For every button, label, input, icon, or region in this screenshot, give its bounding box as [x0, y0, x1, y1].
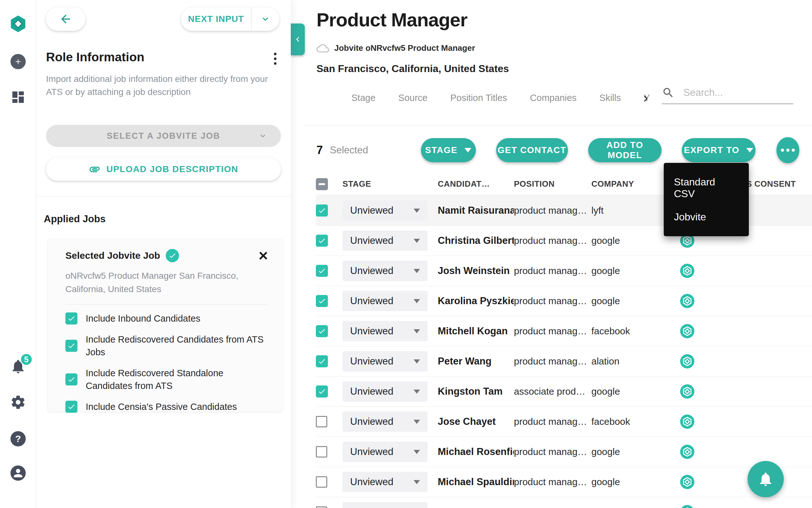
censia-consent-icon[interactable]: [680, 474, 695, 490]
table-row[interactable]: Unviewed Peter Wang product manag… alati…: [316, 346, 812, 377]
export-menu-item-jobvite[interactable]: Jobvite: [664, 205, 749, 228]
table-row[interactable]: Unviewed Jose Chayet product manag… face…: [316, 407, 812, 437]
tabs-scroll-right-button[interactable]: [640, 93, 652, 105]
censia-consent-icon[interactable]: [680, 384, 695, 399]
check-icon: [318, 206, 326, 215]
select-jobvite-job-dropdown[interactable]: SELECT A JOBVITE JOB: [46, 125, 281, 147]
tab-stage[interactable]: Stage: [351, 93, 375, 103]
censia-consent-icon[interactable]: [680, 324, 695, 339]
row-checkbox[interactable]: [316, 355, 328, 367]
table-row[interactable]: Unviewed Mitchell Kogan product manag… f…: [316, 316, 812, 346]
stage-select[interactable]: Unviewed: [343, 472, 427, 492]
job-card-option: Include Rediscovered Standalone Candidat…: [65, 367, 268, 392]
table-row[interactable]: Unviewed Michael Spaulding product manag…: [316, 467, 812, 497]
censia-consent-icon[interactable]: [680, 263, 695, 279]
export-menu-item-standard-csv[interactable]: Standard CSV: [664, 170, 749, 205]
dashboard-button[interactable]: [0, 89, 36, 105]
divider: [304, 126, 812, 126]
row-checkbox[interactable]: [316, 265, 328, 277]
col-header-company[interactable]: COMPANY: [591, 179, 670, 189]
candidate-name[interactable]: Josh Weinstein: [438, 265, 514, 277]
censia-consent-icon[interactable]: [680, 444, 695, 459]
row-checkbox[interactable]: [316, 506, 327, 508]
option-checkbox[interactable]: [65, 312, 78, 325]
divider: [36, 196, 291, 197]
arrow-left-icon: [59, 12, 73, 26]
row-checkbox[interactable]: [316, 446, 327, 458]
help-button[interactable]: ?: [0, 431, 36, 447]
option-checkbox[interactable]: [65, 373, 78, 385]
tab-skills[interactable]: Skills: [599, 93, 621, 103]
export-to-button[interactable]: EXPORT TO: [682, 138, 755, 162]
option-checkbox[interactable]: [65, 401, 78, 413]
more-actions-button[interactable]: [776, 137, 799, 163]
stage-select[interactable]: Unviewed: [343, 381, 427, 401]
upload-job-description-button[interactable]: UPLOAD JOB DESCRIPTION: [46, 158, 281, 181]
settings-button[interactable]: [0, 394, 36, 410]
col-header-position[interactable]: POSITION: [514, 179, 591, 189]
table-row[interactable]: Unviewed Karolina Pyszkiew product manag…: [316, 286, 812, 316]
notifications-button[interactable]: 5: [0, 358, 36, 375]
table-row[interactable]: Unviewed Michael Rosenfiel product manag…: [316, 437, 812, 467]
add-button[interactable]: [0, 54, 36, 69]
censia-consent-icon[interactable]: [680, 354, 695, 369]
candidate-name[interactable]: Namit Raisurana: [438, 205, 514, 216]
col-header-consent[interactable]: S CONSENT: [746, 179, 812, 189]
table-row[interactable]: Unviewed Josh Weinstein product manag… g…: [316, 256, 812, 286]
back-button[interactable]: [46, 7, 85, 31]
gear-icon: [10, 394, 26, 410]
stage-select[interactable]: Unviewed: [343, 412, 427, 432]
row-checkbox[interactable]: [316, 235, 328, 247]
censia-consent-icon[interactable]: [680, 293, 695, 309]
tab-source[interactable]: Source: [398, 93, 427, 103]
account-button[interactable]: [0, 465, 36, 481]
candidate-name[interactable]: Mary Liu: [438, 506, 514, 508]
search-underline: [662, 103, 793, 104]
option-checkbox[interactable]: [65, 340, 78, 352]
next-input-button[interactable]: NEXT INPUT: [181, 7, 252, 31]
candidate-name[interactable]: Michael Rosenfiel: [438, 446, 514, 458]
row-checkbox[interactable]: [316, 476, 327, 488]
panel-overflow-menu-button[interactable]: [270, 50, 281, 67]
app-logo[interactable]: [0, 14, 36, 34]
search-input[interactable]: [683, 87, 785, 98]
candidate-name[interactable]: Peter Wang: [438, 355, 514, 367]
notifications-fab[interactable]: [748, 461, 784, 497]
stage-select[interactable]: Unviewed: [343, 291, 427, 311]
select-all-checkbox[interactable]: [316, 178, 328, 190]
collapse-panel-button[interactable]: [291, 24, 305, 55]
stage-select[interactable]: Unviewed: [343, 200, 427, 221]
candidate-name[interactable]: Christina Gilbert: [438, 235, 514, 246]
col-header-candidate[interactable]: CANDIDAT…: [438, 179, 514, 189]
row-checkbox[interactable]: [316, 205, 328, 216]
candidate-name[interactable]: Jose Chayet: [438, 416, 514, 427]
tab-companies[interactable]: Companies: [530, 93, 577, 103]
stage-button[interactable]: STAGE: [421, 138, 476, 162]
check-icon: [318, 357, 326, 366]
stage-select[interactable]: Unviewed: [343, 261, 427, 281]
table-row[interactable]: Unviewed Mary Liu product manag… faceboo…: [316, 497, 812, 508]
close-icon[interactable]: ×: [259, 250, 268, 262]
row-checkbox[interactable]: [316, 325, 328, 337]
candidate-name[interactable]: Michael Spaulding: [438, 476, 514, 488]
add-to-model-button[interactable]: ADD TO MODEL: [588, 138, 662, 162]
table-row[interactable]: Unviewed Kingston Tam associate prod… go…: [316, 377, 812, 407]
stage-select[interactable]: Unviewed: [343, 230, 427, 251]
stage-select[interactable]: Unviewed: [343, 441, 427, 462]
candidate-name[interactable]: Kingston Tam: [438, 386, 514, 397]
row-checkbox[interactable]: [316, 385, 328, 397]
row-checkbox[interactable]: [316, 416, 327, 427]
get-contact-button[interactable]: GET CONTACT: [496, 138, 568, 162]
row-checkbox[interactable]: [316, 295, 328, 307]
candidate-name[interactable]: Mitchell Kogan: [438, 326, 514, 337]
censia-consent-icon[interactable]: [680, 505, 695, 508]
col-header-stage[interactable]: STAGE: [343, 179, 438, 189]
candidate-name[interactable]: Karolina Pyszkiew: [438, 295, 514, 307]
candidate-company: facebook: [591, 507, 670, 508]
stage-select[interactable]: Unviewed: [343, 502, 427, 508]
next-input-menu-button[interactable]: [252, 7, 279, 31]
stage-select[interactable]: Unviewed: [343, 351, 427, 372]
stage-select[interactable]: Unviewed: [343, 321, 427, 341]
tab-position-titles[interactable]: Position Titles: [450, 93, 507, 103]
censia-consent-icon[interactable]: [680, 414, 695, 429]
